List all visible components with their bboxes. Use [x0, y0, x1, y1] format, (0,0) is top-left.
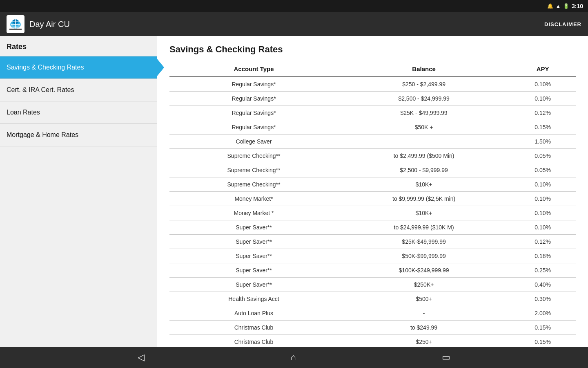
table-row: Christmas Club$250+0.15% [169, 335, 576, 347]
cell-8-1: to $9,999.99 ($2,5K min) [338, 192, 510, 206]
table-row: Supreme Checking**$2,500 - $9,999.990.05… [169, 163, 576, 177]
app-logo [7, 15, 24, 33]
cell-18-0: Christmas Club [169, 335, 338, 347]
cell-8-0: Money Market* [169, 192, 338, 206]
disclaimer-button[interactable]: DISCLAIMER [544, 21, 581, 27]
table-row: College Saver1.50% [169, 135, 576, 149]
status-icons: 🔔 ▲ 🔋 3:10 [547, 3, 583, 9]
sidebar-item-mortgage[interactable]: Mortgage & Home Rates [0, 124, 157, 146]
cell-16-2: 2.00% [510, 306, 576, 321]
app-title-area: Day Air CU [7, 15, 70, 33]
sidebar: Rates Savings & Checking Rates Cert. & I… [0, 36, 157, 347]
app-name: Day Air CU [29, 20, 70, 29]
back-button[interactable]: ◁ [129, 349, 153, 366]
cell-2-2: 0.12% [510, 106, 576, 120]
sidebar-item-savings-checking[interactable]: Savings & Checking Rates [0, 56, 157, 79]
cell-6-1: $2,500 - $9,999.99 [338, 163, 510, 177]
col-apy: APY [510, 61, 576, 77]
cell-4-0: College Saver [169, 135, 338, 149]
cell-13-1: $100K-$249,999.99 [338, 263, 510, 278]
table-row: Super Saver**$100K-$249,999.990.25% [169, 263, 576, 278]
cell-11-0: Super Saver** [169, 235, 338, 249]
content-title: Savings & Checking Rates [169, 44, 576, 55]
cell-4-1 [338, 135, 510, 149]
table-row: Regular Savings*$25K - $49,999.990.12% [169, 106, 576, 120]
cell-3-0: Regular Savings* [169, 120, 338, 135]
table-row: Health Savings Acct$500+0.30% [169, 292, 576, 306]
cell-10-1: to $24,999.99 ($10K M) [338, 220, 510, 235]
cell-17-2: 0.15% [510, 321, 576, 335]
home-button[interactable]: ⌂ [282, 349, 304, 366]
cell-0-0: Regular Savings* [169, 77, 338, 92]
cell-1-0: Regular Savings* [169, 92, 338, 106]
cell-5-1: to $2,499.99 ($500 Min) [338, 149, 510, 163]
cell-5-2: 0.05% [510, 149, 576, 163]
cell-7-1: $10K+ [338, 177, 510, 192]
table-row: Supreme Checking**$10K+0.10% [169, 177, 576, 192]
table-row: Regular Savings*$50K +0.15% [169, 120, 576, 135]
table-row: Super Saver**to $24,999.99 ($10K M)0.10% [169, 220, 576, 235]
sidebar-item-cert-ira[interactable]: Cert. & IRA Cert. Rates [0, 79, 157, 101]
table-row: Regular Savings*$250 - $2,499.990.10% [169, 77, 576, 92]
table-row: Super Saver**$50K-$99,999.990.18% [169, 249, 576, 263]
rates-table-header: Account Type Balance APY [169, 61, 576, 77]
cell-15-2: 0.30% [510, 292, 576, 306]
sidebar-item-loan[interactable]: Loan Rates [0, 101, 157, 124]
rates-table-body: Regular Savings*$250 - $2,499.990.10%Reg… [169, 77, 576, 347]
cell-13-2: 0.25% [510, 263, 576, 278]
cell-14-1: $250K+ [338, 278, 510, 292]
cell-1-1: $2,500 - $24,999.99 [338, 92, 510, 106]
col-balance: Balance [338, 61, 510, 77]
top-bar: Day Air CU DISCLAIMER [0, 12, 588, 36]
rates-table: Account Type Balance APY Regular Savings… [169, 61, 576, 347]
cell-6-0: Supreme Checking** [169, 163, 338, 177]
cell-11-2: 0.12% [510, 235, 576, 249]
notification-icon: 🔔 [547, 3, 553, 9]
cell-1-2: 0.10% [510, 92, 576, 106]
status-time: 3:10 [572, 3, 583, 9]
cell-7-0: Supreme Checking** [169, 177, 338, 192]
cell-14-0: Super Saver** [169, 278, 338, 292]
sidebar-section-header: Rates [0, 36, 157, 56]
cell-10-2: 0.10% [510, 220, 576, 235]
cell-12-1: $50K-$99,999.99 [338, 249, 510, 263]
cell-10-0: Super Saver** [169, 220, 338, 235]
cell-14-2: 0.40% [510, 278, 576, 292]
table-row: Supreme Checking**to $2,499.99 ($500 Min… [169, 149, 576, 163]
cell-15-1: $500+ [338, 292, 510, 306]
cell-13-0: Super Saver** [169, 263, 338, 278]
cell-9-1: $10K+ [338, 206, 510, 220]
status-bar: 🔔 ▲ 🔋 3:10 [0, 0, 588, 12]
cell-4-2: 1.50% [510, 135, 576, 149]
table-row: Money Market*to $9,999.99 ($2,5K min)0.1… [169, 192, 576, 206]
cell-2-1: $25K - $49,999.99 [338, 106, 510, 120]
nav-bar: ◁ ⌂ ▭ [0, 347, 588, 368]
col-account-type: Account Type [169, 61, 338, 77]
table-row: Super Saver**$25K-$49,999.990.12% [169, 235, 576, 249]
cell-15-0: Health Savings Acct [169, 292, 338, 306]
header-row: Account Type Balance APY [169, 61, 576, 77]
cell-18-1: $250+ [338, 335, 510, 347]
cell-8-2: 0.10% [510, 192, 576, 206]
cell-3-1: $50K + [338, 120, 510, 135]
sidebar-item-label-savings-checking: Savings & Checking Rates [7, 64, 84, 71]
cell-3-2: 0.15% [510, 120, 576, 135]
wifi-icon: ▲ [556, 3, 561, 9]
cell-6-2: 0.05% [510, 163, 576, 177]
cell-16-0: Auto Loan Plus [169, 306, 338, 321]
cell-0-2: 0.10% [510, 77, 576, 92]
cell-12-2: 0.18% [510, 249, 576, 263]
recents-button[interactable]: ▭ [434, 349, 459, 366]
content-area: Savings & Checking Rates Account Type Ba… [157, 36, 588, 347]
main-layout: Rates Savings & Checking Rates Cert. & I… [0, 36, 588, 347]
cell-16-1: - [338, 306, 510, 321]
cell-17-1: to $249.99 [338, 321, 510, 335]
table-row: Super Saver**$250K+0.40% [169, 278, 576, 292]
cell-7-2: 0.10% [510, 177, 576, 192]
battery-icon: 🔋 [563, 3, 569, 9]
cell-2-0: Regular Savings* [169, 106, 338, 120]
table-row: Regular Savings*$2,500 - $24,999.990.10% [169, 92, 576, 106]
cell-5-0: Supreme Checking** [169, 149, 338, 163]
svg-rect-8 [9, 29, 22, 30]
table-row: Money Market *$10K+0.10% [169, 206, 576, 220]
